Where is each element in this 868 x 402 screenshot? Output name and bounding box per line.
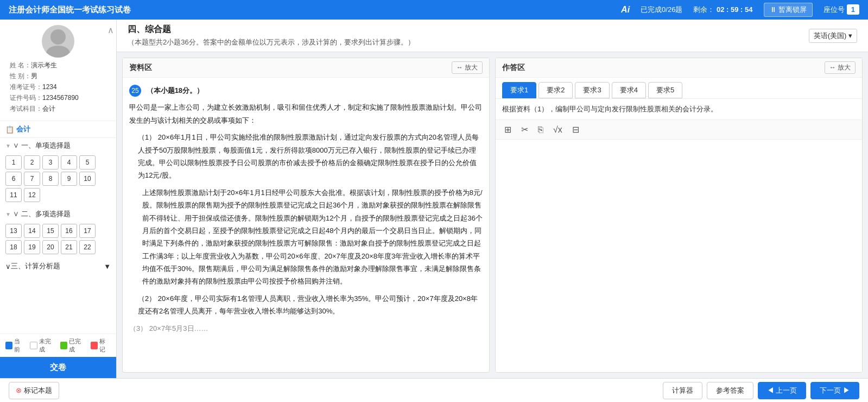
- q-btn-2[interactable]: 2: [24, 155, 40, 169]
- timer: 剩余： 02 : 59 : 54: [693, 5, 752, 15]
- material-para-3: 上述限制性股票激励计划于20×6年1月1日经甲公司股东大会批准。根据该计划，限制…: [129, 186, 483, 288]
- toolbar-sqrt-icon[interactable]: √x: [551, 124, 565, 136]
- bottom-left: ⊗ 标记本题: [9, 382, 59, 399]
- q-btn-14[interactable]: 14: [24, 224, 40, 238]
- material-panel: 资料区 ↔ 放大 25 （本小题18分。） 甲公司是一家上市公司，为建立长效激励…: [122, 58, 490, 373]
- language-selector[interactable]: 英语(美国) ▾: [809, 29, 857, 43]
- seat-number: 1: [847, 4, 859, 15]
- legend-marked: 标记: [91, 337, 111, 354]
- q-btn-9[interactable]: 9: [61, 172, 77, 186]
- next-page-btn[interactable]: 下一页 ▶: [810, 382, 859, 399]
- q-btn-19[interactable]: 19: [24, 240, 40, 254]
- legend-marked-dot: [91, 342, 98, 349]
- question-number-badge: 25: [129, 85, 141, 97]
- sidebar-collapse-btn[interactable]: ∧: [107, 25, 114, 35]
- q-btn-15[interactable]: 15: [42, 224, 59, 238]
- legend-incomplete-label: 未完成: [39, 337, 56, 354]
- material-para-5: （3） 20×7年5月3日……: [129, 322, 483, 335]
- answer-requirement-text: 根据资料（1），编制甲公司与定向发行限制性股票相关的会计分录。: [496, 99, 862, 120]
- q-btn-6[interactable]: 6: [5, 172, 22, 186]
- section-2-questions: 13 14 15 16 17 18 19 20 21 22: [0, 222, 116, 259]
- answer-panel-title: 作答区: [502, 63, 525, 73]
- material-zoom-btn[interactable]: ↔ 放大: [452, 61, 483, 74]
- question-subtitle: （本题型共2小题36分。答案中的金额单位以万元表示，涉及计算的，要求列出计算步骤…: [128, 37, 415, 47]
- q-btn-1[interactable]: 1: [5, 155, 22, 169]
- lang-text: 英语(美国) ▾: [814, 31, 852, 41]
- tab-req5[interactable]: 要求5: [648, 82, 682, 98]
- submit-btn[interactable]: 交卷: [0, 357, 116, 378]
- section-3-title[interactable]: ∨ 三、计算分析题 ▼: [0, 259, 116, 274]
- q-btn-18[interactable]: 18: [5, 240, 22, 254]
- top-bar-right: Ai 已完成0/26题 剩余： 02 : 59 : 54 ⏸ 暂离锁屏 座位号 …: [621, 3, 859, 17]
- toolbar-table-icon[interactable]: ⊞: [502, 123, 514, 136]
- q-btn-7[interactable]: 7: [24, 172, 40, 186]
- q-btn-17[interactable]: 17: [79, 224, 96, 238]
- mark-question-btn[interactable]: ⊗ 标记本题: [9, 382, 59, 399]
- section-3-arrow: ▼: [104, 262, 111, 271]
- legend-done-label: 已完成: [69, 337, 86, 354]
- tab-req1[interactable]: 要求1: [502, 82, 536, 98]
- q-btn-16[interactable]: 16: [61, 224, 77, 238]
- calculator-btn[interactable]: 计算器: [663, 382, 702, 399]
- toolbar-cut-icon[interactable]: ✂: [519, 123, 530, 136]
- bottom-right: 计算器 参考答案 ◀ 上一页 下一页 ▶: [663, 382, 859, 399]
- answer-zoom-btn[interactable]: ↔ 放大: [825, 61, 856, 74]
- font-size-icon[interactable]: Ai: [621, 5, 630, 15]
- q-btn-13[interactable]: 13: [5, 224, 22, 238]
- q-btn-12[interactable]: 12: [24, 188, 40, 202]
- answer-panel: 作答区 ↔ 放大 要求1 要求2 要求3 要求4 要求5 根据资料（1），编制甲…: [495, 58, 863, 373]
- bottom-bar: ⊗ 标记本题 计算器 参考答案 ◀ 上一页 下一页 ▶: [0, 378, 868, 402]
- tab-req2[interactable]: 要求2: [538, 82, 573, 98]
- main-layout: ∧ 姓 名：演示考生 性 别：男 准考证号：1234 证件号码：12345678…: [0, 20, 868, 378]
- subject-icon: 📋: [5, 125, 14, 134]
- q-btn-20[interactable]: 20: [42, 240, 59, 254]
- section-1-label: ∨ 一、单项选择题: [13, 141, 71, 150]
- legend-current-dot: [5, 342, 12, 349]
- progress-text: 已完成0/26题: [641, 5, 682, 15]
- reference-answer-btn[interactable]: 参考答案: [707, 382, 753, 399]
- section-1-title[interactable]: ▼ ∨ 一、单项选择题: [0, 138, 116, 153]
- subject-name: 会计: [16, 124, 30, 134]
- svg-point-1: [46, 46, 70, 58]
- exam-title: 注册会计师全国统一考试练习试卷: [9, 5, 131, 15]
- tab-req3[interactable]: 要求3: [575, 82, 609, 98]
- q-btn-21[interactable]: 21: [61, 240, 77, 254]
- legend: 当前 未完成 已完成 标记: [0, 334, 116, 357]
- q-btn-8[interactable]: 8: [42, 172, 59, 186]
- seat-label: 座位号 1: [823, 5, 859, 15]
- section-2-label: ∨ 二、多项选择题: [13, 209, 71, 219]
- legend-incomplete: 未完成: [30, 337, 56, 354]
- answer-panel-header: 作答区 ↔ 放大: [496, 58, 862, 78]
- legend-done-dot: [60, 342, 67, 349]
- avatar: [42, 25, 74, 58]
- q-btn-5[interactable]: 5: [79, 155, 96, 169]
- subject-tag: 📋 会计: [0, 121, 116, 138]
- sidebar: ∧ 姓 名：演示考生 性 别：男 准考证号：1234 证件号码：12345678…: [0, 20, 117, 378]
- q-btn-22[interactable]: 22: [79, 240, 96, 254]
- material-panel-content: 25 （本小题18分。） 甲公司是一家上市公司，为建立长效激励机制，吸引和留住优…: [123, 78, 489, 372]
- section-2-collapse-icon: ▼: [5, 211, 11, 217]
- legend-done: 已完成: [60, 337, 86, 354]
- section-2-title[interactable]: ▼ ∨ 二、多项选择题: [0, 206, 116, 222]
- avatar-icon: [42, 25, 74, 58]
- q-btn-3[interactable]: 3: [42, 155, 59, 169]
- q-btn-4[interactable]: 4: [61, 155, 77, 169]
- answer-editor[interactable]: [496, 140, 862, 372]
- legend-current: 当前: [5, 337, 26, 354]
- material-panel-title: 资料区: [129, 63, 152, 73]
- q-btn-11[interactable]: 11: [5, 188, 22, 202]
- tab-req4[interactable]: 要求4: [612, 82, 646, 98]
- toolbar-grid-icon[interactable]: ⊟: [570, 123, 581, 136]
- section-3-collapse-icon: ∨: [5, 262, 11, 271]
- avatar-area: ∧ 姓 名：演示考生 性 别：男 准考证号：1234 证件号码：12345678…: [0, 20, 116, 121]
- q-btn-10[interactable]: 10: [79, 172, 96, 186]
- section-1-collapse-icon: ▼: [5, 143, 11, 149]
- prev-page-btn[interactable]: ◀ 上一页: [758, 382, 807, 399]
- legend-current-label: 当前: [14, 337, 26, 354]
- toolbar-copy-icon[interactable]: ⎘: [536, 124, 546, 136]
- material-para-1: 甲公司是一家上市公司，为建立长效激励机制，吸引和留住优秀人才，制定和实施了限制性…: [129, 101, 483, 127]
- user-info: 姓 名：演示考生 性 别：男 准考证号：1234 证件号码：1234567890…: [5, 58, 111, 115]
- pause-btn[interactable]: ⏸ 暂离锁屏: [764, 3, 813, 17]
- svg-point-0: [50, 29, 66, 45]
- content-area: 四、综合题 （本题型共2小题36分。答案中的金额单位以万元表示，涉及计算的，要求…: [117, 20, 868, 378]
